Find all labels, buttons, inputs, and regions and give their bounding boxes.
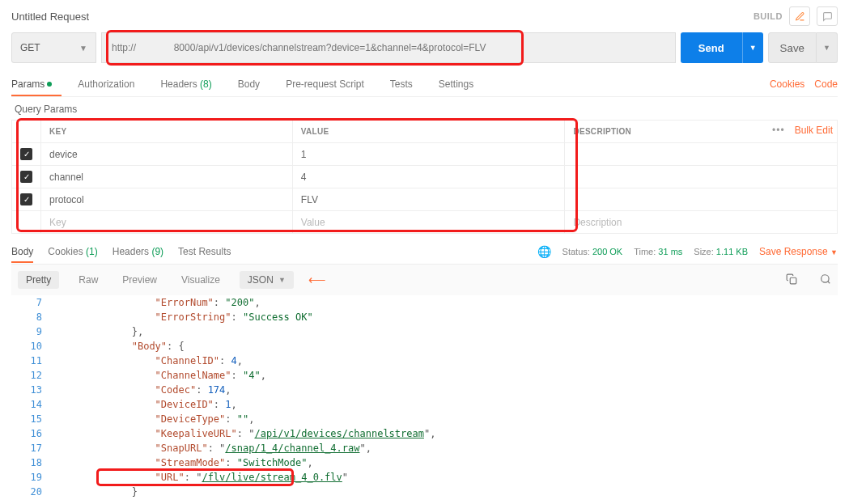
wrap-icon[interactable]: ⟵ — [308, 273, 326, 287]
code-line: 8 "ErrorString": "Success OK" — [11, 310, 838, 324]
time-label: Time: — [634, 247, 656, 256]
tab-authorization[interactable]: Authorization — [78, 73, 144, 95]
build-label: BUILD — [753, 11, 783, 21]
tab-headers[interactable]: Headers (8) — [160, 73, 221, 95]
send-button[interactable]: Send — [681, 32, 742, 63]
code-line: 18 "StreamMode": "SwitchMode", — [11, 455, 838, 470]
code-line: 7 "ErrorNum": "200", — [11, 295, 838, 310]
col-value: VALUE — [292, 121, 565, 143]
tab-prereq[interactable]: Pre-request Script — [286, 73, 374, 95]
svg-rect-0 — [790, 277, 796, 284]
edit-icon[interactable] — [789, 6, 810, 26]
param-key[interactable]: channel — [41, 166, 293, 188]
code-line: 12 "ChannelName": "4", — [11, 368, 838, 383]
param-desc[interactable] — [565, 166, 838, 188]
param-value[interactable]: 4 — [292, 166, 565, 188]
format-select[interactable]: JSON ▼ — [240, 271, 294, 289]
resp-tab-headers[interactable]: Headers (9) — [112, 241, 163, 262]
tab-params[interactable]: Params — [11, 73, 62, 95]
url-input[interactable] — [101, 32, 676, 63]
resp-tab-body[interactable]: Body — [11, 241, 33, 262]
code-line: 11 "ChannelID": 4, — [11, 354, 838, 368]
param-key-placeholder[interactable]: Key — [41, 211, 293, 234]
more-icon[interactable]: ••• — [772, 125, 785, 136]
param-key[interactable]: protocol — [41, 188, 293, 211]
code-line: 15 "DeviceType": "", — [11, 412, 838, 426]
size-label: Size: — [694, 247, 713, 256]
col-key: KEY — [41, 121, 293, 143]
resp-tab-cookies[interactable]: Cookies (1) — [48, 241, 97, 262]
code-line: 19 "URL": "/flv/live/stream_4_0.flv" — [11, 470, 838, 485]
param-key[interactable]: device — [41, 143, 293, 166]
param-desc[interactable] — [565, 188, 838, 211]
table-row[interactable]: ✓ channel 4 — [12, 166, 838, 188]
chevron-down-icon: ▼ — [823, 44, 830, 52]
svg-point-1 — [821, 274, 829, 282]
code-line: 14 "DeviceID": 1, — [11, 397, 838, 412]
tab-settings[interactable]: Settings — [439, 73, 483, 95]
code-line: 13 "Codec": 174, — [11, 383, 838, 397]
checkbox-icon[interactable]: ✓ — [20, 171, 32, 183]
search-icon[interactable] — [820, 273, 831, 287]
code-line: 20 } — [11, 485, 838, 499]
resp-tab-testresults[interactable]: Test Results — [178, 241, 231, 262]
request-title: Untitled Request — [11, 11, 89, 23]
status-label: Status: — [562, 247, 590, 256]
chevron-down-icon: ▼ — [749, 44, 757, 52]
save-button[interactable]: Save — [768, 32, 817, 63]
save-response-link[interactable]: Save Response ▼ — [759, 246, 838, 257]
code-line: 16 "KeepaliveURL": "/api/v1/devices/chan… — [11, 426, 838, 441]
code-line: 17 "SnapURL": "/snap/1_4/channel_4.raw", — [11, 441, 838, 455]
code-line: 9 }, — [11, 324, 838, 339]
time-value: 31 ms — [658, 247, 682, 256]
visualize-tab[interactable]: Visualize — [176, 271, 225, 289]
tab-body[interactable]: Body — [238, 73, 270, 95]
checkbox-icon[interactable]: ✓ — [20, 148, 32, 160]
table-row[interactable]: ✓ device 1 — [12, 143, 838, 166]
size-value: 1.11 KB — [716, 247, 748, 256]
globe-icon[interactable]: 🌐 — [537, 245, 551, 258]
param-desc[interactable] — [565, 143, 838, 166]
copy-icon[interactable] — [786, 273, 797, 287]
param-value[interactable]: FLV — [292, 188, 565, 211]
table-row[interactable]: ✓ protocol FLV — [12, 188, 838, 211]
param-value[interactable]: 1 — [292, 143, 565, 166]
bulk-edit-link[interactable]: Bulk Edit — [795, 125, 833, 136]
tab-tests[interactable]: Tests — [390, 73, 422, 95]
send-caret[interactable]: ▼ — [742, 32, 763, 63]
status-value: 200 OK — [592, 247, 622, 256]
params-indicator — [47, 82, 52, 87]
preview-tab[interactable]: Preview — [117, 271, 162, 289]
pretty-tab[interactable]: Pretty — [18, 271, 59, 289]
code-line: 10 "Body": { — [11, 339, 838, 354]
checkbox-icon[interactable]: ✓ — [20, 193, 32, 205]
chevron-down-icon: ▼ — [79, 44, 87, 53]
query-params-title: Query Params — [11, 97, 838, 120]
param-desc-placeholder[interactable]: Description — [565, 211, 838, 234]
raw-tab[interactable]: Raw — [74, 271, 103, 289]
method-select[interactable]: GET ▼ — [11, 32, 96, 63]
save-caret[interactable]: ▼ — [817, 32, 838, 63]
svg-line-2 — [828, 281, 830, 283]
cookies-link[interactable]: Cookies — [770, 78, 804, 90]
param-value-placeholder[interactable]: Value — [292, 211, 565, 234]
code-link[interactable]: Code — [814, 78, 838, 90]
comment-icon[interactable] — [817, 6, 838, 26]
